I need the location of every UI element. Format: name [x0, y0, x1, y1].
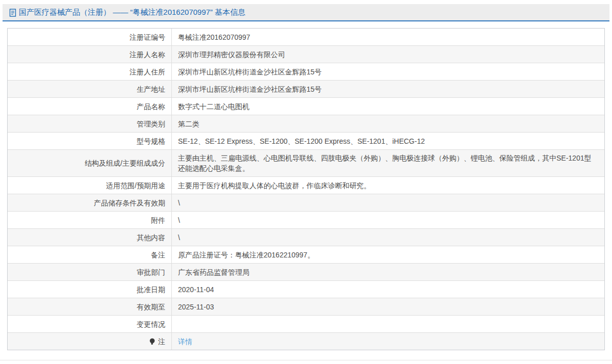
- row-label-text: 有效期至: [137, 302, 165, 312]
- row-value: \: [172, 212, 604, 228]
- row-value: 数字式十二道心电图机: [172, 98, 604, 115]
- table-row: 结构及组成/主要组成成分主要由主机、三扁电源线、心电图机导联线、四肢电极夹（外购…: [8, 150, 604, 177]
- row-value-text: 原产品注册证号：粤械注准20162210997。: [178, 250, 315, 260]
- row-value-text: \: [178, 215, 180, 225]
- table-row: 注册人住所深圳市坪山新区坑梓街道金沙社区金辉路15号: [8, 63, 604, 81]
- row-label: 其他内容: [8, 229, 172, 246]
- row-value-text: \: [178, 198, 180, 208]
- row-value: 深圳市坪山新区坑梓街道金沙社区金辉路15号: [172, 81, 604, 97]
- table-row: 附件\: [8, 212, 604, 229]
- table-row: 型号规格SE-12、SE-12 Express、SE-1200、SE-1200 …: [8, 133, 604, 150]
- row-label-text: 型号规格: [137, 136, 165, 146]
- document-icon: [9, 9, 16, 17]
- row-label-text: 产品名称: [137, 101, 165, 112]
- row-value: SE-12、SE-12 Express、SE-1200、SE-1200 Expr…: [172, 133, 604, 149]
- row-value-text: 粤械注准20162070997: [178, 32, 250, 42]
- row-value-text: 2025-11-03: [178, 302, 214, 312]
- row-label: 注: [8, 333, 172, 350]
- table-row: 生产地址深圳市坪山新区坑梓街道金沙社区金辉路15号: [8, 81, 604, 98]
- page-title: 国产医疗器械产品（注册） —— “粤械注准20162070997” 基本信息: [19, 8, 245, 17]
- row-value-text: 广东省药品监督管理局: [178, 267, 249, 277]
- table-row: 其他内容\: [8, 229, 604, 246]
- row-value: 广东省药品监督管理局: [172, 264, 604, 280]
- row-label-text: 审批部门: [137, 267, 165, 277]
- row-label-text: 批准日期: [137, 284, 165, 295]
- table-row: 注册人名称深圳市理邦精密仪器股份有限公司: [8, 46, 604, 63]
- row-label-text: 生产地址: [137, 84, 165, 94]
- table-row: 审批部门广东省药品监督管理局: [8, 264, 604, 281]
- row-label: 附件: [8, 212, 172, 228]
- table-row: 注册证编号粤械注准20162070997: [8, 29, 604, 46]
- table-row: 注详情: [8, 333, 604, 350]
- row-value-text: 深圳市坪山新区坑梓街道金沙社区金辉路15号: [178, 67, 322, 77]
- row-value: \: [172, 229, 604, 246]
- table-row: 产品储存条件及有效期\: [8, 194, 604, 212]
- row-label: 管理类别: [8, 115, 172, 132]
- row-label-text: 注: [158, 336, 165, 347]
- row-value: 2025-11-03: [172, 298, 604, 315]
- row-value: \: [172, 194, 604, 211]
- row-label: 有效期至: [8, 298, 172, 315]
- note-bulb-icon: [149, 338, 156, 345]
- row-label-text: 变更情况: [137, 319, 165, 329]
- table-row: 产品名称数字式十二道心电图机: [8, 98, 604, 115]
- row-label-text: 产品储存条件及有效期: [94, 198, 165, 208]
- row-label-text: 结构及组成/主要组成成分: [85, 158, 165, 168]
- row-value: 详情: [172, 333, 604, 350]
- table-row: 适用范围/预期用途主要用于医疗机构提取人体的心电波群，作临床诊断和研究。: [8, 177, 604, 194]
- row-value: 第二类: [172, 115, 604, 132]
- row-value: [172, 316, 604, 332]
- row-label: 注册证编号: [8, 29, 172, 45]
- row-value: 深圳市理邦精密仪器股份有限公司: [172, 46, 604, 63]
- row-label-text: 适用范围/预期用途: [106, 180, 165, 191]
- row-label: 批准日期: [8, 281, 172, 298]
- row-label-text: 注册证编号: [130, 32, 165, 42]
- row-value: 原产品注册证号：粤械注准20162210997。: [172, 246, 604, 263]
- info-table: 注册证编号粤械注准20162070997注册人名称深圳市理邦精密仪器股份有限公司…: [7, 28, 605, 350]
- row-label: 产品储存条件及有效期: [8, 194, 172, 211]
- row-value-text: 主要由主机、三扁电源线、心电图机导联线、四肢电极夹（外购）、胸电极连接球（外购）…: [178, 153, 597, 173]
- row-label-text: 注册人住所: [130, 67, 165, 77]
- row-label: 注册人住所: [8, 63, 172, 80]
- bottom-divider: [0, 360, 612, 360]
- row-value: 主要用于医疗机构提取人体的心电波群，作临床诊断和研究。: [172, 177, 604, 194]
- page: 国产医疗器械产品（注册） —— “粤械注准20162070997” 基本信息 注…: [0, 0, 612, 364]
- row-label: 注册人名称: [8, 46, 172, 63]
- row-label: 变更情况: [8, 316, 172, 332]
- row-label: 适用范围/预期用途: [8, 177, 172, 194]
- row-label: 型号规格: [8, 133, 172, 149]
- row-value: 粤械注准20162070997: [172, 29, 604, 45]
- row-label-text: 其他内容: [137, 232, 165, 243]
- row-label: 结构及组成/主要组成成分: [8, 150, 172, 176]
- table-row: 管理类别第二类: [8, 115, 604, 133]
- table-row: 备注原产品注册证号：粤械注准20162210997。: [8, 246, 604, 264]
- page-header: 国产医疗器械产品（注册） —— “粤械注准20162070997” 基本信息: [3, 4, 609, 21]
- table-row: 批准日期2020-11-04: [8, 281, 604, 298]
- row-label: 生产地址: [8, 81, 172, 97]
- row-label-text: 注册人名称: [130, 49, 165, 60]
- row-value-text: \: [178, 232, 180, 243]
- row-value: 2020-11-04: [172, 281, 604, 298]
- row-label-text: 备注: [151, 250, 165, 260]
- row-value-text: 数字式十二道心电图机: [178, 101, 249, 112]
- row-value-text: SE-12、SE-12 Express、SE-1200、SE-1200 Expr…: [178, 136, 425, 146]
- row-label-text: 附件: [151, 215, 165, 225]
- row-label: 备注: [8, 246, 172, 263]
- row-value-text: 深圳市坪山新区坑梓街道金沙社区金辉路15号: [178, 84, 322, 94]
- row-value: 深圳市坪山新区坑梓街道金沙社区金辉路15号: [172, 63, 604, 80]
- table-row: 变更情况: [8, 316, 604, 333]
- row-label: 产品名称: [8, 98, 172, 115]
- row-value-text: 主要用于医疗机构提取人体的心电波群，作临床诊断和研究。: [178, 180, 371, 191]
- row-value-text: 第二类: [178, 119, 199, 129]
- row-label: 审批部门: [8, 264, 172, 280]
- table-row: 有效期至2025-11-03: [8, 298, 604, 316]
- row-value-text: 深圳市理邦精密仪器股份有限公司: [178, 49, 285, 60]
- row-value: 主要由主机、三扁电源线、心电图机导联线、四肢电极夹（外购）、胸电极连接球（外购）…: [172, 150, 604, 176]
- details-link[interactable]: 详情: [178, 336, 192, 347]
- row-label-text: 管理类别: [137, 119, 165, 129]
- row-value-text: 2020-11-04: [178, 284, 214, 295]
